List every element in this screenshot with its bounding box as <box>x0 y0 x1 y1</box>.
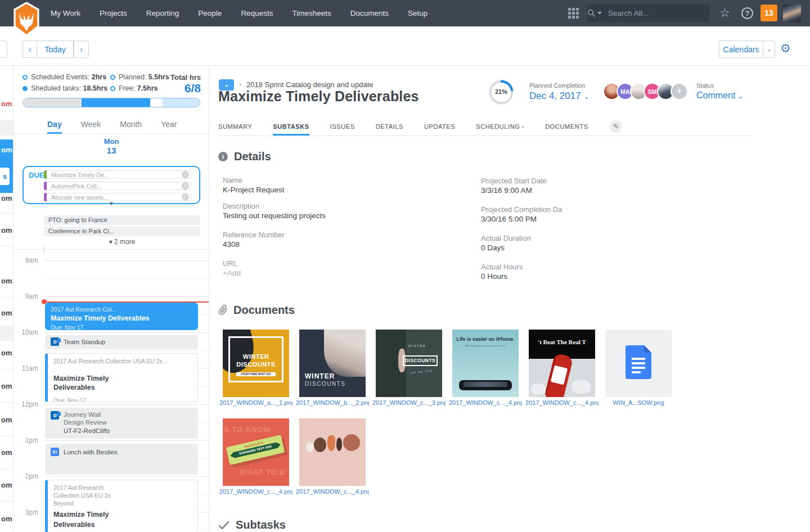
document-filename[interactable]: 2017_WINDOW_c..._4.png <box>449 399 522 406</box>
event-title: Maximize Timely Deliverables <box>51 314 192 323</box>
document-filename[interactable]: 2017_WINDOW_a..._1.png <box>219 399 292 406</box>
event-project-line3: Beyond <box>53 499 192 507</box>
document-thumbnail[interactable]: WINTER DISCOUNTS <box>299 330 366 397</box>
nav-people[interactable]: People <box>198 9 222 17</box>
day-name-label: Mon <box>14 137 209 146</box>
nav-documents[interactable]: Documents <box>350 9 389 17</box>
complete-check-icon[interactable]: ✓ <box>182 182 189 190</box>
field-value: Testing out requesting projects <box>223 211 326 220</box>
document-thumbnail[interactable]: WINTER DISCOUNTS EVERYTHING MUST GO! <box>223 330 289 397</box>
strip-item-label: om <box>1 146 12 154</box>
next-day-button[interactable]: › <box>74 40 89 58</box>
strip-sub-label: s <box>0 168 10 185</box>
tab-updates[interactable]: UPDATES <box>424 118 455 136</box>
strip-band <box>0 326 14 341</box>
notification-badge[interactable]: 13 <box>760 4 777 21</box>
complete-check-icon[interactable]: ✓ <box>182 193 189 201</box>
poster-text: WINTER <box>408 344 426 348</box>
field-value: K-Project Request <box>223 186 285 194</box>
tab-week[interactable]: Week <box>81 116 101 134</box>
today-button[interactable]: Today <box>37 40 74 58</box>
tab-subtasks[interactable]: SUBTASKS <box>273 118 309 136</box>
calendar-event-lunch[interactable]: 31 Lunch with Besties <box>45 444 198 475</box>
poster-text: UP TO 70% <box>411 369 433 375</box>
calendar-event-team-standup[interactable]: o Team Standup <box>45 335 198 349</box>
tab-documents[interactable]: DOCUMENTS <box>545 118 588 136</box>
nav-my-work[interactable]: My Work <box>51 9 80 17</box>
calendar-view-tabs: Day Week Month Year <box>14 116 209 134</box>
calendars-dropdown-chevron[interactable]: ⌄ <box>763 40 775 58</box>
planned-completion-value[interactable]: Dec 4, 2017 ⌄ <box>529 91 589 102</box>
document-thumbnail[interactable]: S TO KNOW WHAT TO D GOOGLE'S EXPANDED TE… <box>223 418 289 486</box>
due-item[interactable]: Allocate new assets... ✓ <box>44 193 191 201</box>
field-value: 0 Hours <box>481 272 507 281</box>
complete-check-icon[interactable]: ✓ <box>182 171 189 178</box>
poster-text: WINTER <box>305 372 335 380</box>
time-label: 1pm <box>14 436 38 444</box>
day-number-label[interactable]: 13 <box>14 146 209 155</box>
document-filename[interactable]: 2017_WINDOW_b..._2.png <box>296 399 369 406</box>
nav-setup[interactable]: Setup <box>408 9 428 17</box>
due-item[interactable]: Autumn/Pink Coll... ✓ <box>44 182 191 190</box>
search-input[interactable] <box>602 9 713 17</box>
poster-text: 't Beat The Real T <box>529 339 595 345</box>
prev-day-button[interactable]: ‹ <box>22 40 37 58</box>
document-filename[interactable]: 2017_WINDOW_c..._4.png <box>296 488 369 495</box>
document-thumbnail[interactable]: 't Beat The Real T <box>529 330 595 397</box>
status-value[interactable]: Comment ⌄ <box>696 91 744 101</box>
user-avatar[interactable] <box>783 4 801 22</box>
scheduled-events-dot <box>22 75 28 80</box>
favorites-star-icon[interactable]: ☆ <box>719 6 730 20</box>
workfront-logo[interactable] <box>12 2 40 40</box>
tab-summary[interactable]: SUMMARY <box>218 118 252 136</box>
field-value: 4308 <box>223 240 240 249</box>
edit-tabs-pencil-icon[interactable]: ✎ <box>610 120 622 133</box>
tab-scheduling[interactable]: SCHEDULING › <box>476 118 524 136</box>
breadcrumb[interactable]: 2018 Sprint Catalog design and update <box>246 80 374 89</box>
cutoff-left-panel: om om s om om om om om om om om om om <box>0 66 14 532</box>
search-scope-dropdown[interactable] <box>587 4 602 22</box>
add-url-link[interactable]: +Add <box>223 269 241 277</box>
current-time-line <box>44 301 209 303</box>
tab-details[interactable]: DETAILS <box>376 118 403 136</box>
due-item[interactable]: Maximize Timely De... ✓ <box>44 170 191 179</box>
app-grid-icon[interactable] <box>568 8 579 19</box>
add-assignee-button[interactable]: + <box>670 83 688 100</box>
document-filename[interactable]: 2017_WINDOW_c..._4.png <box>219 488 292 495</box>
calendar-event-task[interactable]: 2017 Aut Research Collection USA EU 2x..… <box>45 353 198 402</box>
document-thumbnail[interactable] <box>605 330 672 397</box>
poster-text: Life is easier on iPhone. <box>452 336 519 342</box>
tab-year[interactable]: Year <box>161 116 177 134</box>
event-title-line2: Deliverables <box>53 383 192 392</box>
tab-issues[interactable]: ISSUES <box>330 118 355 136</box>
allday-event[interactable]: PTO: going to France <box>44 215 200 225</box>
document-filename[interactable]: 2017_WINDOW_c..._4.png <box>525 399 598 406</box>
event-project-line1: 2017 Aut Research <box>53 484 192 492</box>
nav-projects[interactable]: Projects <box>100 9 127 17</box>
due-expand-caret-icon[interactable]: ▼ <box>14 201 209 206</box>
nav-timesheets[interactable]: Timesheets <box>292 9 331 17</box>
help-icon[interactable]: ? <box>741 7 753 19</box>
time-label: 8am <box>14 256 38 264</box>
document-thumbnail[interactable]: Life is easier on iPhone. And that start… <box>452 330 519 397</box>
document-filename[interactable]: 2017_WINDOW_c..._3.png <box>372 399 446 406</box>
document-filename[interactable]: WIN_A...SOW.png <box>602 399 675 406</box>
show-more-events[interactable]: ▾ 2 more <box>44 238 200 246</box>
calendars-button[interactable]: Calendars <box>719 40 763 58</box>
percent-complete-donut: 21% <box>489 80 514 105</box>
document-thumbnail[interactable] <box>299 418 366 486</box>
nav-requests[interactable]: Requests <box>241 9 273 17</box>
event-title-line1: Maximize Timely <box>53 374 192 383</box>
nav-reporting[interactable]: Reporting <box>146 9 179 17</box>
field-label: Projected Start Date <box>481 177 547 185</box>
allday-event[interactable]: Conference in Park Ci... <box>44 227 200 236</box>
calendar-event-task[interactable]: 2017 Aut Research Collection USA EU 2x B… <box>45 480 198 532</box>
tab-month[interactable]: Month <box>120 116 142 134</box>
document-thumbnail[interactable]: WINTER DISCOUNTS UP TO 70% <box>376 330 442 397</box>
calendar-event-journey-wall[interactable]: o Journey WallDesign Review UT-F2-RedCli… <box>45 408 198 439</box>
calendar-settings-gear-icon[interactable]: ⚙ <box>780 42 791 55</box>
calendar-header-bar: ‹ Today › <box>0 26 810 66</box>
tab-day[interactable]: Day <box>47 116 62 134</box>
poster-text: EVERYTHING MUST GO! <box>236 372 276 376</box>
calendar-event-maximize-timely[interactable]: 2017 Aut Research Col... Maximize Timely… <box>45 303 198 330</box>
